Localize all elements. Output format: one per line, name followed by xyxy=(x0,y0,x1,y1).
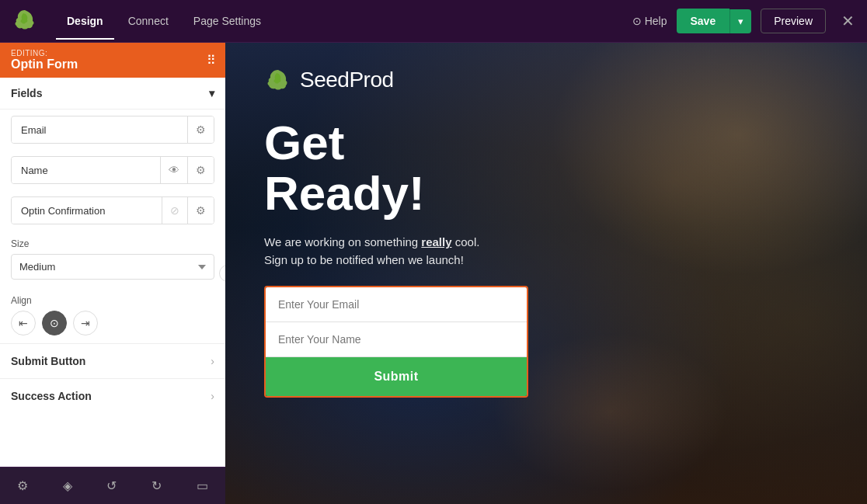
fields-chevron-icon: ▾ xyxy=(209,87,214,99)
canvas-subtext-line2: Sign up to be notified when we launch! xyxy=(264,253,464,266)
bottom-toolbar: ⚙ ◈ ↺ ↻ ▭ xyxy=(0,467,225,504)
seedprod-logo: SeedProd xyxy=(264,66,828,94)
nav-item-connect[interactable]: Connect xyxy=(117,10,179,32)
layers-icon[interactable]: ◈ xyxy=(63,478,72,493)
field-actions-email: ⚙ xyxy=(187,116,214,143)
field-actions-optin: ⊘ ⚙ xyxy=(162,197,214,224)
field-row-optin: Optin Confirmation ⊘ ⚙ xyxy=(11,196,214,224)
success-action-section[interactable]: Success Action › xyxy=(0,378,225,413)
close-button[interactable]: ✕ xyxy=(841,12,855,30)
field-visibility-optin[interactable]: ⊘ xyxy=(162,197,187,224)
help-label: Help xyxy=(645,15,667,27)
field-row-email: Email ⚙ xyxy=(11,116,214,144)
top-nav: Design Connect Page Settings xyxy=(56,10,614,32)
field-visibility-name[interactable]: 👁 xyxy=(160,157,187,183)
align-control: Align ⇤ ⊙ ⇥ xyxy=(0,287,225,343)
field-actions-name: 👁 ⚙ xyxy=(160,157,214,183)
size-label: Size xyxy=(11,238,214,249)
fields-section-header[interactable]: Fields ▾ xyxy=(0,78,225,109)
seedprod-logo-text: SeedProd xyxy=(300,68,394,92)
grid-icon[interactable]: ⠿ xyxy=(207,53,216,68)
save-dropdown-button[interactable]: ▾ xyxy=(729,9,751,33)
main-layout: EDITING: Optin Form ⠿ Fields ▾ Email ⚙ N… xyxy=(0,43,867,504)
align-right-button[interactable]: ⇥ xyxy=(73,311,98,335)
size-control: Size Small Medium Large xyxy=(0,231,225,287)
canvas: SeedProd GetReady! We are working on som… xyxy=(225,43,867,504)
topbar-right: ⊙ Help Save ▾ Preview ✕ xyxy=(632,9,855,33)
settings-icon[interactable]: ⚙ xyxy=(17,478,28,493)
help-icon: ⊙ xyxy=(632,15,642,27)
canvas-subtext: We are working on something really cool.… xyxy=(264,234,828,269)
fields-label: Fields xyxy=(11,87,42,99)
size-select[interactable]: Small Medium Large xyxy=(11,254,214,280)
align-options: ⇤ ⊙ ⇥ xyxy=(11,311,214,335)
field-label-name: Name xyxy=(12,158,160,183)
align-label: Align xyxy=(11,295,214,306)
align-center-button[interactable]: ⊙ xyxy=(42,311,67,335)
sidebar: EDITING: Optin Form ⠿ Fields ▾ Email ⚙ N… xyxy=(0,43,225,504)
save-button[interactable]: Save xyxy=(677,9,730,33)
submit-button-section[interactable]: Submit Button › xyxy=(0,343,225,378)
success-action-arrow-icon: › xyxy=(211,390,214,402)
mobile-icon[interactable]: ▭ xyxy=(197,478,208,493)
redo-icon[interactable]: ↻ xyxy=(151,478,162,493)
canvas-headline: GetReady! xyxy=(264,117,828,218)
optin-form: Submit xyxy=(264,286,528,398)
field-label-email: Email xyxy=(12,117,187,143)
canvas-content: SeedProd GetReady! We are working on som… xyxy=(225,43,867,421)
submit-button[interactable]: Submit xyxy=(266,357,527,396)
nav-item-design[interactable]: Design xyxy=(56,10,114,32)
field-settings-name[interactable]: ⚙ xyxy=(187,157,214,183)
field-settings-email[interactable]: ⚙ xyxy=(187,116,214,143)
field-settings-optin[interactable]: ⚙ xyxy=(187,197,214,224)
nav-item-page-settings[interactable]: Page Settings xyxy=(183,10,272,32)
editing-label: EDITING: xyxy=(11,49,78,57)
undo-icon[interactable]: ↺ xyxy=(106,478,117,493)
save-btn-group: Save ▾ xyxy=(677,9,752,33)
sidebar-title: Optin Form xyxy=(11,57,78,71)
field-label-optin: Optin Confirmation xyxy=(12,198,162,224)
submit-button-label: Submit Button xyxy=(11,355,85,367)
align-left-button[interactable]: ⇤ xyxy=(11,311,36,335)
name-input[interactable] xyxy=(266,322,527,357)
preview-button[interactable]: Preview xyxy=(761,9,826,33)
field-row-name: Name 👁 ⚙ xyxy=(11,156,214,184)
email-input[interactable] xyxy=(266,287,527,322)
help-button[interactable]: ⊙ Help xyxy=(632,15,667,27)
app-logo xyxy=(12,7,37,35)
sidebar-header: EDITING: Optin Form ⠿ xyxy=(0,43,225,78)
topbar: Design Connect Page Settings ⊙ Help Save… xyxy=(0,0,867,43)
submit-button-arrow-icon: › xyxy=(211,355,214,367)
seedprod-logo-icon xyxy=(264,66,292,94)
success-action-label: Success Action xyxy=(11,390,92,402)
